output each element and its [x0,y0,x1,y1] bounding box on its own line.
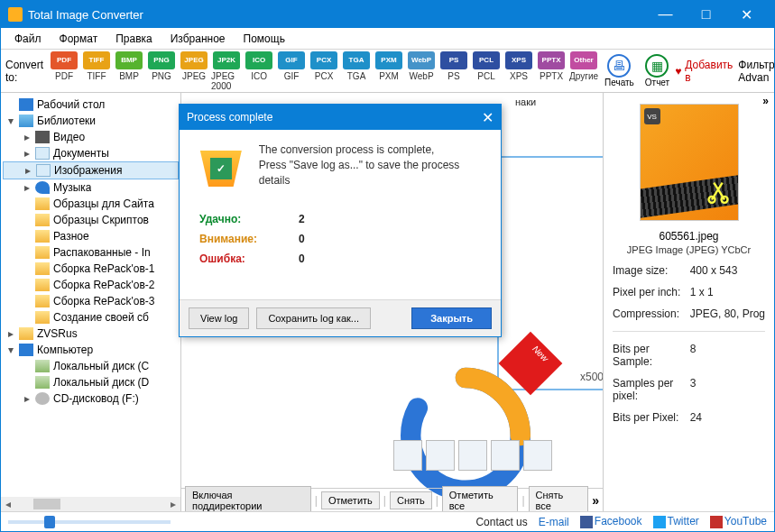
menu-избранное[interactable]: Избранное [161,30,235,48]
tree-item[interactable]: Сборка RePack'ов-3 [3,293,179,309]
format-pptx[interactable]: PPTXPPTX [536,51,567,81]
tree-item[interactable]: ▸Музыка [3,179,179,196]
selbar-more[interactable]: » [592,493,599,508]
format-pxm[interactable]: PXMPXM [374,51,404,81]
preview-thumbnail: VS [640,104,739,221]
tree-item[interactable]: Локальный диск (C [3,358,179,374]
tree-item[interactable]: Локальный диск (D [3,374,179,390]
prop-val: JPEG, 80, Prog [690,307,765,320]
selbar-button[interactable]: Включая поддиректории [185,486,311,512]
selbar-button[interactable]: Отметить [321,491,380,509]
tree-item[interactable]: ▸ZVSRus [3,326,179,342]
selbar-button[interactable]: Снять [390,491,432,509]
error-label: Ошибка: [199,252,299,265]
zoom-slider[interactable] [8,520,171,524]
tree-item[interactable]: Рабочий стол [3,96,179,113]
view-log-button[interactable]: View log [189,307,249,329]
prop-key: Bits per Sample: [613,343,690,368]
format-bmp[interactable]: BMPBMP [114,51,144,81]
dialog-titlebar[interactable]: Process complete ✕ [180,105,501,130]
slider-handle[interactable] [44,516,55,528]
desktop-icon [19,344,33,356]
save-log-button[interactable]: Сохранить log как... [256,307,371,329]
format-jpeg[interactable]: JPEGJPEG [179,51,209,81]
twitter-icon [653,516,666,528]
format-pcl[interactable]: PCLPCL [471,51,502,81]
tree-item[interactable]: ▸Изображения [3,161,179,179]
menu-правка[interactable]: Правка [106,30,161,48]
properties-panel: » VS 605561.jpeg JPEG Image (JPEG) YCbCr… [603,93,774,511]
tree-item[interactable]: ▾Библиотеки [3,113,179,129]
format-pdf[interactable]: PDFPDF [49,51,79,81]
facebook-link[interactable]: Facebook [580,515,642,528]
heart-icon: ♥ [675,65,681,78]
column-header-fragment: наки [515,96,536,107]
tree-item[interactable]: Создание своей сб [3,309,179,326]
scroll-right-icon[interactable]: ▸ [166,498,180,510]
tree-hscroll[interactable]: ◂ ▸ [1,497,180,511]
print-button[interactable]: 🖶 Печать [604,54,634,87]
contact-link[interactable]: Contact us [475,516,527,528]
folder-tree[interactable]: Рабочий стол▾Библиотеки▸Видео▸Документы▸… [1,93,181,511]
tree-item[interactable]: Образцы Скриптов [3,212,179,228]
format-badge: PCL [473,51,500,69]
format-badge: WebP [408,51,435,69]
menu-файл[interactable]: Файл [5,30,51,48]
format-jpeg 2000[interactable]: JP2KJPEG 2000 [211,51,242,91]
warning-label: Внимание: [199,233,299,245]
close-button[interactable]: ✕ [726,1,767,28]
status-footer: Contact us E-mail Facebook Twitter YouTu… [1,511,774,531]
close-dialog-button[interactable]: Закрыть [411,307,492,329]
email-link[interactable]: E-mail [539,516,569,528]
format-badge: PS [440,51,467,69]
tree-item[interactable]: ▸CD-дисковод (F:) [3,390,179,407]
tree-item[interactable]: Сборка RePack'ов-1 [3,261,179,277]
tree-item[interactable]: ▸Документы [3,145,179,161]
desktop-icon [19,98,33,111]
format-ico[interactable]: ICOICO [244,51,274,81]
format-badge: ICO [245,51,272,69]
format-badge: Other [570,51,597,69]
tree-item[interactable]: Сборка RePack'ов-2 [3,277,179,293]
youtube-link[interactable]: YouTube [710,515,767,528]
win8-icon [426,440,455,471]
doc-icon [35,147,50,160]
twitter-link[interactable]: Twitter [653,515,699,528]
report-button[interactable]: ▦ Отчет [645,54,669,87]
format-png[interactable]: PNGPNG [146,51,177,81]
vs-badge: VS [644,108,660,124]
facebook-icon [580,516,593,528]
panel-more-button[interactable]: » [762,95,769,107]
tree-item[interactable]: Распакованные - In [3,244,179,261]
prop-key: Pixel per inch: [613,286,690,298]
format-pcx[interactable]: PCXPCX [309,51,339,81]
format-badge: BMP [115,51,143,69]
menu-помощь[interactable]: Помощь [235,30,294,48]
format-buttons: PDFPDFTIFFTIFFBMPBMPPNGPNGJPEGJPEGJP2KJP… [49,51,599,91]
tree-item[interactable]: Разное [3,228,179,244]
xp-icon [523,440,552,471]
tree-item[interactable]: ▸Видео [3,129,179,145]
tree-item[interactable]: Образцы для Сайта [3,196,179,212]
menu-формат[interactable]: Формат [51,30,107,48]
add-favorite-button[interactable]: ♥ Добавить в [675,59,733,84]
format-tga[interactable]: TGATGA [341,51,372,81]
format-gif[interactable]: GIFGIF [276,51,307,81]
scroll-left-icon[interactable]: ◂ [1,498,15,510]
format-xps[interactable]: XPSXPS [503,51,534,81]
tree-item[interactable]: ▾Компьютер [3,342,179,358]
format-ps[interactable]: PSPS [438,51,469,81]
selbar-button[interactable]: Снять все [529,486,589,512]
format-другие[interactable]: OtherДругие [568,51,599,81]
format-webp[interactable]: WebPWebP [406,51,437,81]
format-badge: PCX [310,51,337,69]
maximize-button[interactable]: □ [686,1,726,28]
selbar-button[interactable]: Отметить все [442,486,519,512]
titlebar: Total Image Converter — □ ✕ [1,1,774,28]
format-tiff[interactable]: TIFFTIFF [81,51,112,81]
mus-icon [35,181,50,194]
minimize-button[interactable]: — [645,1,686,28]
success-label: Удачно: [199,213,299,225]
scroll-thumb[interactable] [33,499,60,509]
dialog-close-icon[interactable]: ✕ [482,109,494,126]
